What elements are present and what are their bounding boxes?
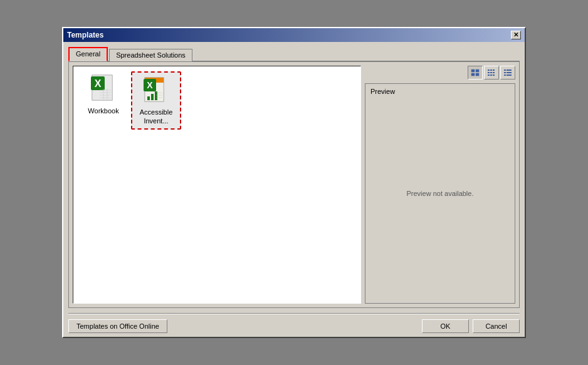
svg-rect-21: [471, 69, 475, 72]
dialog-action-buttons: OK Cancel: [422, 319, 520, 333]
workbook-icon: X: [88, 74, 118, 104]
svg-rect-35: [507, 69, 512, 71]
svg-rect-39: [507, 75, 512, 76]
svg-rect-23: [471, 73, 475, 76]
svg-rect-37: [507, 72, 512, 73]
dialog-body: General Spreadsheet Solutions: [63, 42, 525, 313]
svg-rect-36: [504, 72, 506, 73]
template-accessible-invent[interactable]: X Accessible Invent...: [131, 71, 181, 130]
svg-rect-28: [488, 72, 490, 73]
svg-text:X: X: [147, 80, 153, 90]
main-area: X Workbook: [68, 61, 520, 308]
workbook-label: Workbook: [88, 106, 118, 115]
preview-box: Preview Preview not available.: [365, 83, 515, 304]
tab-spreadsheet-solutions[interactable]: Spreadsheet Solutions: [109, 49, 192, 61]
preview-content: Preview not available.: [406, 190, 473, 197]
templates-dialog: Templates ✕ General Spreadsheet Solution…: [62, 27, 526, 338]
svg-rect-26: [490, 69, 492, 71]
list-view-button[interactable]: [500, 66, 515, 80]
svg-rect-15: [147, 96, 150, 100]
svg-rect-25: [488, 69, 490, 71]
view-buttons: [365, 66, 515, 80]
accessible-invent-label: Accessible Invent...: [135, 108, 177, 126]
svg-rect-30: [493, 72, 495, 73]
templates-grid: X Workbook: [73, 66, 361, 304]
svg-rect-27: [493, 69, 495, 71]
tabs-row: General Spreadsheet Solutions: [68, 47, 520, 61]
accessible-invent-icon: X: [141, 75, 171, 105]
template-workbook[interactable]: X Workbook: [78, 71, 129, 130]
cancel-button[interactable]: Cancel: [473, 319, 520, 333]
preview-label: Preview: [370, 88, 395, 95]
svg-rect-22: [476, 69, 479, 72]
dialog-title: Templates: [67, 31, 103, 39]
svg-rect-29: [490, 72, 492, 73]
svg-text:X: X: [95, 78, 102, 89]
bottom-bar: Templates on Office Online OK Cancel: [63, 314, 525, 337]
tab-general[interactable]: General: [68, 47, 108, 61]
svg-rect-34: [504, 69, 506, 71]
svg-rect-16: [151, 94, 154, 100]
svg-rect-33: [493, 75, 495, 76]
svg-rect-31: [488, 75, 490, 76]
svg-rect-38: [504, 75, 506, 76]
templates-online-button[interactable]: Templates on Office Online: [68, 319, 167, 333]
close-button[interactable]: ✕: [511, 31, 521, 39]
svg-rect-24: [476, 73, 479, 76]
ok-button[interactable]: OK: [422, 319, 469, 333]
large-icons-button[interactable]: [468, 66, 483, 80]
svg-rect-32: [490, 75, 492, 76]
title-bar: Templates ✕: [63, 28, 525, 42]
small-icons-button[interactable]: [484, 66, 499, 80]
preview-panel: Preview Preview not available.: [365, 66, 515, 304]
